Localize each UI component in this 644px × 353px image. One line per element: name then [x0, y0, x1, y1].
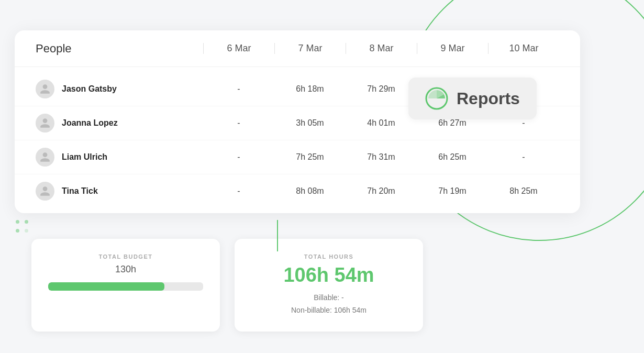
time-cell: - — [203, 186, 274, 196]
person-cell: Jason Gatsby — [36, 80, 203, 98]
decorative-dots — [16, 220, 28, 233]
time-cell: - — [203, 118, 274, 128]
time-cell: - — [203, 84, 274, 94]
time-cell: 3h 05m — [274, 118, 346, 128]
time-cell: 7h 25m — [274, 152, 346, 162]
table-row: Tina Tick - 8h 08m 7h 20m 7h 19m 8h 25m — [15, 174, 580, 208]
person-cell: Joanna Lopez — [36, 114, 203, 133]
time-cell: - — [488, 118, 559, 128]
time-cell: 6h 25m — [417, 152, 488, 162]
person-name: Joanna Lopez — [62, 118, 118, 128]
billable-line: Billable: - — [251, 292, 406, 304]
time-cell: 6h 27m — [417, 118, 488, 128]
reports-badge[interactable]: Reports — [408, 78, 537, 119]
connector-line — [277, 220, 278, 251]
reports-icon — [425, 87, 448, 110]
time-cell: 8h 25m — [488, 186, 559, 196]
avatar — [36, 148, 54, 167]
person-name: Liam Ulrich — [62, 152, 107, 162]
bottom-cards: TOTAL BUDGET 130h TOTAL HOURS 106h 54m B… — [31, 239, 423, 332]
time-cell: - — [488, 152, 559, 162]
date-col-3: 8 Mar — [346, 43, 417, 54]
progress-bar-fill — [48, 282, 164, 291]
date-col-1: 6 Mar — [203, 43, 274, 54]
time-cell: 7h 29m — [346, 84, 417, 94]
table-header: People 6 Mar 7 Mar 8 Mar 9 Mar 10 Mar — [15, 30, 580, 67]
date-col-5: 10 Mar — [488, 43, 559, 54]
time-cell: 6h 18m — [274, 84, 346, 94]
time-cell: 7h 31m — [346, 152, 417, 162]
time-cell: - — [203, 152, 274, 162]
hours-value: 106h 54m — [251, 264, 406, 286]
budget-label: TOTAL BUDGET — [48, 253, 203, 260]
date-col-2: 7 Mar — [274, 43, 346, 54]
reports-label: Reports — [457, 89, 520, 108]
person-name: Tina Tick — [62, 186, 98, 196]
time-cell: 7h 20m — [346, 186, 417, 196]
progress-bar-background — [48, 282, 203, 291]
time-cell: 7h 19m — [417, 186, 488, 196]
non-billable-line: Non-billable: 106h 54m — [251, 304, 406, 317]
person-cell: Liam Ulrich — [36, 148, 203, 167]
avatar — [36, 80, 54, 98]
people-column-header: People — [36, 42, 203, 56]
time-cell: 8h 08m — [274, 186, 346, 196]
avatar — [36, 182, 54, 201]
avatar — [36, 114, 54, 133]
person-name: Jason Gatsby — [62, 84, 117, 94]
budget-value: 130h — [48, 264, 203, 275]
hours-label: TOTAL HOURS — [251, 253, 406, 260]
table-row: Liam Ulrich - 7h 25m 7h 31m 6h 25m - — [15, 140, 580, 174]
date-col-4: 9 Mar — [417, 43, 488, 54]
budget-card: TOTAL BUDGET 130h — [31, 239, 220, 332]
hours-card: TOTAL HOURS 106h 54m Billable: - Non-bil… — [235, 239, 423, 332]
people-table-card: People 6 Mar 7 Mar 8 Mar 9 Mar 10 Mar Ja… — [15, 30, 580, 213]
person-cell: Tina Tick — [36, 182, 203, 201]
time-cell: 4h 01m — [346, 118, 417, 128]
hours-billable: Billable: - Non-billable: 106h 54m — [251, 292, 406, 317]
